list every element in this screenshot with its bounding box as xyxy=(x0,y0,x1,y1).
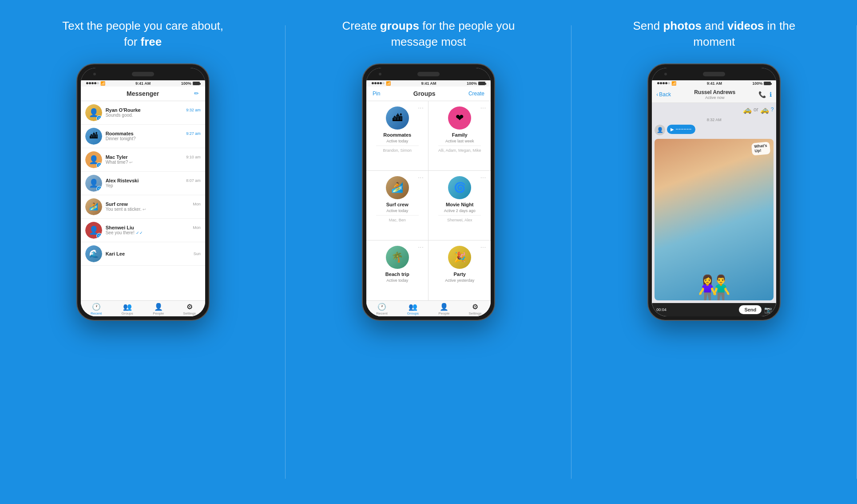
status-bar-3: 📶 9:41 AM 100% xyxy=(652,80,776,87)
groups-grid: ··· 🏙 Roommates Active today Brandon, Si… xyxy=(366,101,491,300)
group-cell-movie[interactable]: ··· 🌀 Movie Night Active 2 days ago Shen… xyxy=(428,171,491,240)
groups-icon-2: 👥 xyxy=(409,303,417,311)
phone-3: 📶 9:41 AM 100% ‹ Back Russel Andrews Ac xyxy=(647,63,781,321)
group-cell-other[interactable]: ··· 🎉 Party Active yesterday xyxy=(428,240,491,300)
message-time: 8:32 AM xyxy=(655,118,774,122)
video-timer: 00:04 xyxy=(656,307,667,312)
settings-icon: ⚙ xyxy=(186,303,193,311)
tab-groups[interactable]: 👥 Groups xyxy=(112,303,143,315)
more-icon-beach[interactable]: ··· xyxy=(418,244,424,250)
more-icon-surf[interactable]: ··· xyxy=(418,174,424,181)
avatar-ryan: 👤 ✓ xyxy=(85,104,102,121)
phone-call-icon[interactable]: 📞 xyxy=(758,91,766,98)
chat-header: ‹ Back Russel Andrews Active now 📞 ℹ xyxy=(652,87,776,103)
chat-messages: 🚕 or 🚕 ? 8:32 AM 👤 ▶ ━━━━━━ xyxy=(652,103,776,303)
chat-item-surf[interactable]: 🏄 Surf crew Mon You sent a sticker. ↩ xyxy=(81,195,205,219)
clock-icon-2: 🕐 xyxy=(377,303,386,311)
chat-item-roommates[interactable]: 🏙 Roommates 9:27 am Dinner tonight? xyxy=(81,125,205,148)
avatar-shen: 👤 ✓ xyxy=(85,222,102,239)
back-button[interactable]: ‹ Back xyxy=(656,91,671,98)
headline-3: Send photos and videos in the moment xyxy=(625,18,803,50)
chat-item-alex[interactable]: 👤 ✓ Alex Ristevski 8:07 am Yep xyxy=(81,172,205,195)
group-avatar-family: ❤ xyxy=(448,106,471,130)
create-button[interactable]: Create xyxy=(468,91,484,97)
tab-groups-2[interactable]: 👥 Groups xyxy=(397,303,428,315)
divider xyxy=(376,146,419,146)
compose-button[interactable]: ✏ xyxy=(194,90,199,97)
chat-list: 👤 ✓ Ryan O'Rourke 9:32 am Sounds good. xyxy=(81,101,205,300)
messenger-header: Messenger ✏ xyxy=(81,87,205,101)
panel-1: Text the people you care about, for free… xyxy=(0,0,286,504)
people-icon: 👤 xyxy=(154,303,163,311)
more-icon-movie[interactable]: ··· xyxy=(480,174,486,181)
more-icon-other[interactable]: ··· xyxy=(480,244,486,250)
tab-bar-1: 🕐 Recent 👥 Groups 👤 People ⚙ Settings xyxy=(81,300,205,316)
divider-family xyxy=(438,146,481,146)
group-avatar-beach: 🌴 xyxy=(386,246,409,269)
tab-recent-2[interactable]: 🕐 Recent xyxy=(366,303,397,315)
groups-title: Groups xyxy=(413,90,436,97)
video-controls: 00:04 Send 📷 xyxy=(652,303,776,316)
phone-top-bar-1 xyxy=(81,68,205,80)
tab-people[interactable]: 👤 People xyxy=(143,303,174,315)
tab-people-2[interactable]: 👤 People xyxy=(428,303,460,315)
camera-dot-3 xyxy=(664,73,667,75)
phone-top-bar-2 xyxy=(366,68,491,80)
status-bar-1: 📶 9:41 AM 100% xyxy=(81,80,205,87)
info-icon[interactable]: ℹ xyxy=(770,91,772,98)
phone-notch xyxy=(132,72,154,76)
tab-settings-2[interactable]: ⚙ Settings xyxy=(460,303,491,315)
chat-item-kari[interactable]: 🌊 Kari Lee Sun xyxy=(81,242,205,266)
avatar-surf: 🏄 xyxy=(85,198,102,215)
chat-item-mac[interactable]: 👤 ✓ Mac Tyler 9:10 am What time? ↩ xyxy=(81,148,205,172)
chat-item-shen[interactable]: 👤 ✓ Shenwei Liu Mon See you there! ✓✓ xyxy=(81,219,205,242)
tab-recent[interactable]: 🕐 Recent xyxy=(81,303,112,315)
group-avatar-other: 🎉 xyxy=(448,246,471,269)
group-avatar-surf: 🏄 xyxy=(386,176,409,199)
phone-notch-3 xyxy=(703,72,725,76)
divider-surf xyxy=(376,215,419,216)
avatar-kari: 🌊 xyxy=(85,245,102,262)
status-bar-2: 📶 9:41 AM 100% xyxy=(366,80,491,87)
group-avatar-movie: 🌀 xyxy=(448,176,471,199)
groups-header: Pin Groups Create xyxy=(366,87,491,101)
phone-top-bar-3 xyxy=(652,68,776,80)
group-cell-surf[interactable]: ··· 🏄 Surf crew Active today Mac, Ben xyxy=(366,171,428,240)
chat-item-ryan[interactable]: 👤 ✓ Ryan O'Rourke 9:32 am Sounds good. xyxy=(81,101,205,125)
divider-movie xyxy=(438,215,481,216)
settings-icon-2: ⚙ xyxy=(472,303,478,311)
voice-message: ▶ ━━━━━━ xyxy=(667,125,695,134)
panel-3: Send photos and videos in the moment 📶 xyxy=(571,0,857,504)
avatar-roommates: 🏙 xyxy=(85,128,102,145)
tab-settings[interactable]: ⚙ Settings xyxy=(174,303,205,315)
people-icon-2: 👤 xyxy=(440,303,448,311)
phone-2: 📶 9:41 AM 100% Pin Groups Create ··· xyxy=(362,63,495,321)
camera-icon[interactable]: 📷 xyxy=(764,306,772,313)
avatar-mac: 👤 ✓ xyxy=(85,151,102,168)
tab-bar-2: 🕐 Recent 👥 Groups 👤 People ⚙ Settings xyxy=(366,300,491,316)
phone-1: 📶 9:41 AM 100% Messenger ✏ 👤 xyxy=(76,63,210,321)
group-cell-family[interactable]: ··· ❤ Family Active last week Alli, Adam… xyxy=(428,101,491,170)
camera-dot-2 xyxy=(379,73,381,75)
pin-button[interactable]: Pin xyxy=(373,91,380,97)
phone-notch-2 xyxy=(417,72,440,76)
clock-icon: 🕐 xyxy=(92,303,101,311)
header-icons: 📞 ℹ xyxy=(758,91,772,98)
messenger-title: Messenger xyxy=(127,90,159,97)
group-cell-beach[interactable]: ··· 🌴 Beach trip Active today xyxy=(366,240,428,300)
headline-1: Text the people you care about, for free xyxy=(54,18,232,50)
avatar-alex: 👤 ✓ xyxy=(85,175,102,192)
camera-dot xyxy=(93,73,96,75)
send-button[interactable]: Send xyxy=(739,305,762,314)
group-cell-roommates[interactable]: ··· 🏙 Roommates Active today Brandon, Si… xyxy=(366,101,428,170)
more-icon[interactable]: ··· xyxy=(418,105,424,111)
panel-2: Create groups for the people you message… xyxy=(286,0,571,504)
group-avatar-roommates: 🏙 xyxy=(386,106,409,130)
headline-2: Create groups for the people you message… xyxy=(340,18,517,50)
contact-info: Russel Andrews Active now xyxy=(674,89,756,100)
more-icon-family[interactable]: ··· xyxy=(480,105,486,111)
groups-icon: 👥 xyxy=(123,303,132,311)
